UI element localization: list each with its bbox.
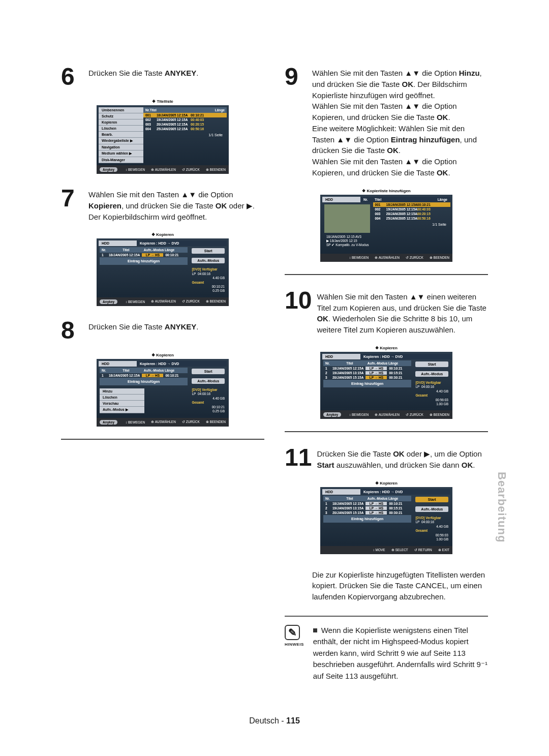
table-row[interactable]: 00425/JAN/2005 12:15A00:50:16 xyxy=(373,216,450,221)
aufn-button[interactable]: Aufn.-Modus xyxy=(192,258,225,263)
bullet-icon xyxy=(313,628,317,632)
menu-diskmgr[interactable]: Disk-Manager xyxy=(99,157,143,163)
pager: 1/1 Seite xyxy=(143,131,227,137)
step-number: 8 xyxy=(61,318,83,343)
table-row[interactable]: 00219/JAN/2005 12:15A00:40:03 xyxy=(373,207,450,211)
step-6: 6 Drücken Sie die Taste ANYKEY. xyxy=(61,65,264,89)
table-row[interactable]: 118/JAN/2005 12:15ALP → HS00:10:21 xyxy=(323,501,411,506)
menu-wiedergabeliste[interactable]: Wiedergabeliste xyxy=(99,138,143,144)
screenshot-title: ❖ Kopieren xyxy=(97,353,229,359)
table-row[interactable]: 118/JAN/2005 12:15ALP → HS00:10:21 xyxy=(323,366,411,371)
step-number: 11 xyxy=(285,445,312,471)
step-text: Drücken Sie die Taste OK oder ▶, um die … xyxy=(317,445,488,471)
screenshot-title: ❖ Titelliste xyxy=(97,99,229,105)
note-icon: ✎ xyxy=(285,625,300,640)
menu-bearb[interactable]: Bearb. xyxy=(99,132,143,138)
hdd-label: HDD xyxy=(99,240,137,246)
menu-navigation[interactable]: Navigation xyxy=(99,144,143,150)
table-head: Nr. Titel Länge xyxy=(143,107,227,113)
step-11-trailer: Die zur Kopierliste hinzugefügten Titell… xyxy=(312,566,488,602)
right-column: 9 Wählen Sie mit den Tasten ▲▼ die Optio… xyxy=(285,65,488,682)
step-text: Wählen Sie mit den Tasten ▲▼ einen weite… xyxy=(317,288,488,336)
divider xyxy=(285,431,488,432)
screenshot-kopieren-1: ❖ Kopieren HDDKopieren : HDD → DVD Nr.Ti… xyxy=(97,232,229,306)
foot-bewegen: ↕ BEWEGEN xyxy=(126,168,145,171)
table-row[interactable]: 118/JAN/2005 12:15ALP → HS00:10:21 xyxy=(100,373,188,378)
step-9: 9 Wählen Sie mit den Tasten ▲▼ die Optio… xyxy=(285,65,488,178)
thumbnail-icon xyxy=(324,204,370,233)
table-row[interactable]: 320/JAN/2005 15:15ALP → HS00:30:21 xyxy=(323,375,411,380)
step-number: 7 xyxy=(61,186,83,222)
step-text: Wählen Sie mit den Tasten ▲▼ die Option … xyxy=(88,186,264,222)
start-button[interactable]: Start xyxy=(415,361,448,367)
screenshot-kopieren-4: ❖ Kopieren HDDKopieren : HDD → DVD Nr.Ti… xyxy=(320,481,452,554)
screenshot-title: ❖ Kopierliste hinzufügen xyxy=(320,189,452,195)
menu-medium[interactable]: Medium wählen xyxy=(99,150,143,157)
table-row[interactable]: 118/JAN/2005 12:15ALP → HS00:10:21 xyxy=(100,253,188,257)
aufn-button[interactable]: Aufn.-Modus xyxy=(415,506,448,512)
screenshot-kopieren-2: ❖ Kopieren HDDKopieren : HDD → DVD Nr.Ti… xyxy=(97,353,229,427)
screenshot-titelliste: ❖ Titelliste Umbenennen Schutz Kopieren … xyxy=(97,99,229,174)
menu-vorschau[interactable]: Vorschau xyxy=(100,401,144,407)
table-row[interactable]: 320/JAN/2005 15:15ALP → HS00:30:21 xyxy=(323,510,411,515)
step-number: 10 xyxy=(285,288,312,336)
menu-umbenennen[interactable]: Umbenennen xyxy=(99,107,143,113)
manual-page: 6 Drücken Sie die Taste ANYKEY. ❖ Titell… xyxy=(0,0,549,756)
divider xyxy=(61,439,264,440)
menu-loeschen[interactable]: Löschen xyxy=(100,395,144,401)
screenshot-footer: Anykey ↕ BEWEGEN ⊕ AUSWÄHLEN ↺ ZURÜCK ⊗ … xyxy=(97,165,229,174)
table-row[interactable]: 00118/JAN/2005 12:15A00:10:21 xyxy=(143,113,227,117)
table-row[interactable]: 00219/JAN/2005 12:15A00:40:03 xyxy=(143,117,227,122)
note-label: HINWEIS xyxy=(285,642,304,647)
key-anykey: ANYKEY xyxy=(165,69,197,77)
screenshot-footer: Anykey ↕ BEWEGEN ⊕ AUSWÄHLEN ↺ ZURÜCK ⊗ … xyxy=(97,297,229,306)
start-button[interactable]: Start xyxy=(192,369,225,374)
text: Drücken Sie die Taste xyxy=(88,69,165,77)
step-text: Wählen Sie mit den Tasten ▲▼ die Option … xyxy=(312,65,488,178)
start-button[interactable]: Start xyxy=(192,248,225,254)
menu-hinzu[interactable]: Hinzu xyxy=(100,388,144,395)
screenshot-title: ❖ Kopieren xyxy=(97,232,229,238)
foot-auswaehlen: ⊕ AUSWÄHLEN xyxy=(151,168,176,172)
table-row[interactable]: 00320/JAN/2005 12:15A00:20:15 xyxy=(373,211,450,216)
menu-aufn[interactable]: Aufn.-Modus xyxy=(100,407,144,413)
step-number: 9 xyxy=(285,65,307,178)
step-text: Drücken Sie die Taste ANYKEY. xyxy=(88,65,199,89)
screenshot-kopieren-3: ❖ Kopieren HDDKopieren : HDD → DVD Nr.Ti… xyxy=(320,346,452,419)
anykey-pill: Anykey xyxy=(100,167,117,172)
dvd-info: [DVD] Verfügbar LP 04:00:16 4.40 GB Gesa… xyxy=(192,267,225,293)
aufn-button[interactable]: Aufn.-Modus xyxy=(415,371,448,377)
foot-beenden: ⊗ BEENDEN xyxy=(206,168,226,172)
step-11: 11 Drücken Sie die Taste OK oder ▶, um d… xyxy=(285,445,488,471)
step-8: 8 Drücken Sie die Taste ANYKEY. xyxy=(61,318,264,343)
aufn-button[interactable]: Aufn.-Modus xyxy=(192,378,225,384)
suffix: . xyxy=(196,69,198,77)
left-column: 6 Drücken Sie die Taste ANYKEY. ❖ Titell… xyxy=(61,65,264,453)
table-row[interactable]: 00320/JAN/2005 12:15A00:20:15 xyxy=(143,122,227,127)
page-footer: Deutsch - 115 xyxy=(0,716,549,725)
step-text: Drücken Sie die Taste ANYKEY. xyxy=(88,318,199,343)
divider xyxy=(285,274,488,275)
step-7: 7 Wählen Sie mit den Tasten ▲▼ die Optio… xyxy=(61,186,264,222)
foot-zurueck: ↺ ZURÜCK xyxy=(182,168,200,172)
start-button[interactable]: Start xyxy=(415,497,448,502)
menu-loeschen[interactable]: Löschen xyxy=(99,126,143,132)
left-menu: Umbenennen Schutz Kopieren Löschen Bearb… xyxy=(99,107,143,163)
screenshot-kopierliste: ❖ Kopierliste hinzufügen HDDNr.TitelLäng… xyxy=(320,189,452,262)
table-row[interactable]: 00425/JAN/2005 12:15A00:50:16 xyxy=(143,127,227,131)
note-body: Wenn die Kopierliste wenigstens einen Ti… xyxy=(313,625,488,682)
copy-path: Kopieren : HDD → DVD xyxy=(137,240,227,246)
step-number: 6 xyxy=(61,65,83,89)
step-10: 10 Wählen Sie mit den Tasten ▲▼ einen we… xyxy=(285,288,488,336)
note-box: ✎ HINWEIS Wenn die Kopierliste wenigsten… xyxy=(285,616,488,682)
table-row[interactable]: 219/JAN/2005 13:15ALP → HS00:15:21 xyxy=(323,371,411,375)
menu-kopieren[interactable]: Kopieren xyxy=(99,119,143,126)
side-tab-bearbeitung: Bearbeitung xyxy=(495,472,508,542)
anykey-pill: Anykey xyxy=(100,299,117,304)
table-row[interactable]: 00118/JAN/2005 12:15A00:10:21 xyxy=(373,202,450,207)
add-entry[interactable]: Eintrag hinzufügen xyxy=(100,257,188,265)
table-row[interactable]: 219/JAN/2005 13:15ALP → HS00:15:21 xyxy=(323,506,411,510)
menu-schutz[interactable]: Schutz xyxy=(99,113,143,119)
